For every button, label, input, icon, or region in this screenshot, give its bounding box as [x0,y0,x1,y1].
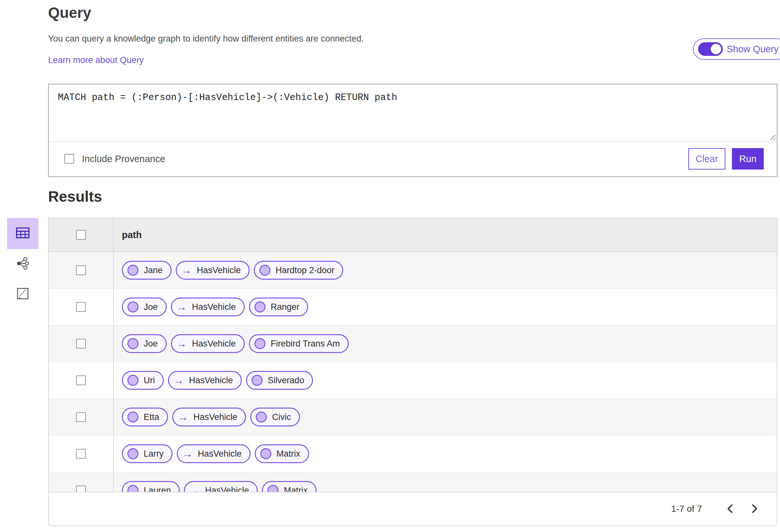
table-view-button[interactable] [7,218,38,249]
entity-node-icon [259,265,271,276]
toggle-knob [711,44,721,54]
source-entity-pill[interactable]: Uri [122,371,164,390]
source-entity-label: Etta [144,412,159,422]
target-entity-pill[interactable]: Civic [250,408,300,426]
table-row: Uri → HasVehicle Silverado [49,362,777,399]
show-query-toggle[interactable]: Show Query [693,38,780,60]
entity-node-icon [128,412,139,423]
relationship-pill[interactable]: → HasVehicle [171,334,245,353]
relationship-label: HasVehicle [198,449,242,459]
path-column-header: path [122,230,142,241]
page-title: Query [48,4,91,21]
target-entity-pill[interactable]: Firebird Trans Am [249,334,349,353]
resize-grip-icon[interactable] [768,133,775,140]
target-entity-label: Firebird Trans Am [271,339,340,349]
row-checkbox[interactable] [76,449,86,459]
chevron-left-icon [726,504,734,515]
row-checkbox[interactable] [76,265,86,275]
arrow-right-icon: → [177,302,187,312]
include-provenance-checkbox[interactable] [64,154,74,164]
entity-node-icon [128,375,139,386]
entity-node-icon [128,265,139,276]
select-all-checkbox[interactable] [76,230,86,240]
source-entity-pill[interactable]: Joe [122,298,167,316]
table-row: Joe → HasVehicle Ranger [49,289,777,325]
target-entity-pill[interactable]: Matrix [255,444,309,463]
target-entity-label: Silverado [268,375,304,385]
row-checkbox-cell [49,399,114,435]
source-entity-pill[interactable]: Joe [122,334,167,353]
source-entity-label: Joe [144,302,158,312]
source-entity-pill[interactable]: Etta [122,408,168,426]
table-row: Etta → HasVehicle Civic [49,399,777,435]
page-description: You can query a knowledge graph to ident… [48,34,364,44]
path-cell: Larry → HasVehicle Matrix [114,435,777,472]
header-path-cell: path [114,218,777,251]
relationship-pill[interactable]: → HasVehicle [171,298,245,316]
arrow-right-icon: → [182,448,193,459]
table-row: Jane → HasVehicle Hardtop 2-door [49,252,777,289]
query-text[interactable]: MATCH path = (:Person)-[:HasVehicle]->(:… [49,85,777,111]
row-checkbox[interactable] [76,375,86,385]
target-entity-pill[interactable]: Ranger [249,298,308,316]
row-checkbox-cell [49,362,114,398]
table-header-row: path [49,218,777,252]
view-switcher [7,218,38,302]
path-cell: Jane → HasVehicle Hardtop 2-door [114,252,777,288]
row-checkbox-cell [49,252,114,288]
relationship-label: HasVehicle [197,265,241,275]
query-editor[interactable]: MATCH path = (:Person)-[:HasVehicle]->(:… [49,85,777,142]
row-checkbox-cell [49,435,114,472]
table-view-icon [15,225,31,242]
path-cell: Joe → HasVehicle Ranger [114,289,777,325]
relationship-pill[interactable]: → HasVehicle [176,261,250,280]
source-entity-pill[interactable]: Jane [122,261,172,280]
row-checkbox-cell [49,289,114,325]
arrow-right-icon: → [181,265,192,275]
source-entity-label: Uri [144,375,155,385]
source-entity-pill[interactable]: Larry [122,444,173,463]
path-cell: Etta → HasVehicle Civic [114,399,777,435]
relationship-label: HasVehicle [189,375,233,385]
link-chart-view-icon [16,257,30,271]
chevron-right-icon [751,504,759,515]
path-cell: Uri → HasVehicle Silverado [114,362,777,398]
target-entity-label: Hardtop 2-door [276,265,335,275]
next-page-button[interactable] [747,501,763,517]
arrow-right-icon: → [178,412,188,422]
source-entity-label: Joe [144,339,158,349]
toggle-switch-icon[interactable] [698,42,723,56]
query-panel: MATCH path = (:Person)-[:HasVehicle]->(:… [48,84,777,177]
target-entity-label: Matrix [277,449,301,459]
run-button[interactable]: Run [732,148,764,169]
show-query-label: Show Query [727,44,779,55]
link-chart-view-button[interactable] [7,256,38,272]
entity-node-icon [260,448,272,459]
clear-button[interactable]: Clear [688,148,725,169]
relationship-label: HasVehicle [192,302,236,312]
entity-node-icon [128,448,139,459]
relationship-pill[interactable]: → HasVehicle [177,444,251,463]
map-view-icon [16,287,29,302]
row-checkbox[interactable] [76,412,86,422]
target-entity-pill[interactable]: Silverado [246,371,313,390]
relationship-label: HasVehicle [193,412,237,422]
relationship-pill[interactable]: → HasVehicle [172,408,246,426]
relationship-pill[interactable]: → HasVehicle [168,371,242,390]
results-table: path Jane → HasVehicle Hardtop 2-door [48,218,777,526]
previous-page-button[interactable] [722,501,738,517]
row-checkbox[interactable] [76,339,86,349]
arrow-right-icon: → [174,375,184,385]
source-entity-label: Larry [144,449,164,459]
map-view-button[interactable] [7,286,38,302]
entity-node-icon [251,375,262,386]
row-checkbox[interactable] [76,302,86,312]
table-row: Joe → HasVehicle Firebird Trans Am [49,325,777,362]
learn-more-link[interactable]: Learn more about Query [48,55,144,65]
target-entity-pill[interactable]: Hardtop 2-door [254,261,344,280]
row-checkbox-cell [49,325,114,362]
entity-node-icon [256,412,267,423]
source-entity-label: Jane [144,265,163,275]
include-provenance-label: Include Provenance [82,154,165,164]
target-entity-label: Ranger [271,302,300,312]
